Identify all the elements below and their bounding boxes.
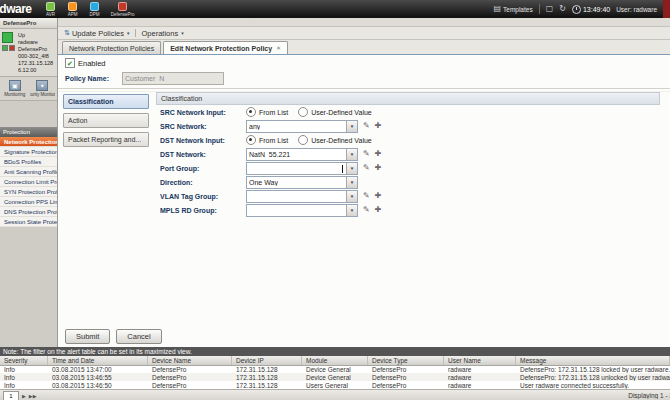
defensepro-icon xyxy=(118,2,127,11)
cell-user: radware xyxy=(444,374,516,381)
edit-icon[interactable]: ✎ xyxy=(363,122,370,130)
col-user-name[interactable]: User Name xyxy=(444,356,516,365)
nav-syn-protection-profiles[interactable]: SYN Protection Profiles xyxy=(0,187,57,197)
update-policies-button[interactable]: ⇅ Update Policies ▼ xyxy=(64,29,130,38)
port-group-select[interactable]: ▼ xyxy=(246,162,358,175)
monitoring-icon: ▣ xyxy=(9,80,21,91)
tab-action[interactable]: Action xyxy=(63,113,149,128)
perspective-monitoring[interactable]: ▣ Monitoring xyxy=(2,80,28,97)
col-time-and-date[interactable]: Time and Date xyxy=(48,356,148,365)
edit-icon[interactable]: ✎ xyxy=(363,206,370,214)
mpls-rd-group-select[interactable]: ▼ xyxy=(246,204,358,217)
src-network-select[interactable]: any ▼ xyxy=(246,120,358,133)
dst-network-select[interactable]: NatN_55.221 ▼ xyxy=(246,148,358,161)
product-avr[interactable]: AVR xyxy=(42,2,60,17)
col-severity[interactable]: Severity xyxy=(0,356,48,365)
apm-icon xyxy=(68,2,77,11)
cancel-button[interactable]: Cancel xyxy=(116,329,161,344)
product-apm[interactable]: APM xyxy=(64,2,82,17)
cell-time: 03.08.2015 13:46:50 xyxy=(48,382,148,389)
operations-menu-button[interactable]: Operations ▼ xyxy=(141,29,184,38)
col-device-type[interactable]: Device Type xyxy=(368,356,444,365)
nav-connection-pps-limit-profiles[interactable]: Connection PPS Limit Profiles xyxy=(0,197,57,207)
divider xyxy=(539,4,540,14)
enabled-checkbox[interactable]: ✔ xyxy=(65,58,75,68)
select-value: One Way xyxy=(249,179,278,186)
device-ip: 172.31.15.128 xyxy=(18,60,53,67)
device-status-panel: Up radware DefensePro 000-302_4f8 172.31… xyxy=(0,29,57,77)
templates-label: Templates xyxy=(503,6,533,13)
product-shortcuts: AVR APM DPM DefensePro xyxy=(42,2,138,17)
col-message[interactable]: Message xyxy=(516,356,670,365)
tab-packet-reporting[interactable]: Packet Reporting and... xyxy=(63,132,149,147)
submit-button[interactable]: Submit xyxy=(65,329,110,344)
alerts-table-body: Info 03.08.2015 13:47:00 DefensePro 172.… xyxy=(0,365,670,389)
add-icon[interactable]: ✚ xyxy=(375,206,382,214)
col-device-ip[interactable]: Device IP xyxy=(232,356,302,365)
src-network-row: SRC Network: any ▼ ✎ ✚ xyxy=(156,119,660,133)
product-defensepro[interactable]: DefensePro xyxy=(108,2,138,17)
product-label: APM xyxy=(68,12,78,17)
tab-classification[interactable]: Classification xyxy=(63,94,149,109)
maximize-icon[interactable]: ▢ xyxy=(546,5,554,13)
nav-network-protection-policies[interactable]: Network Protection Policies xyxy=(0,137,57,147)
perspective-label: Monitoring xyxy=(4,92,25,97)
policy-name-field[interactable] xyxy=(122,72,224,85)
top-bar: radware AVR APM DPM DefensePro ▤ Templat… xyxy=(0,0,670,18)
perspective-security-monitoring[interactable]: ✦ Security Monitoring xyxy=(30,80,56,97)
field-label: SRC Network Input: xyxy=(160,109,246,116)
tab-network-protection-policies[interactable]: Network Protection Policies xyxy=(62,41,161,54)
radio-from-list[interactable]: From List xyxy=(246,107,288,117)
tree-section-protection[interactable]: Protection xyxy=(0,127,57,137)
nav-bdos-profiles[interactable]: BDoS Profiles xyxy=(0,157,57,167)
policy-editor: ✔ Enabled Policy Name: Classification Ac… xyxy=(58,55,670,347)
alarm-indicator[interactable] xyxy=(663,0,670,18)
add-icon[interactable]: ✚ xyxy=(375,164,382,172)
radio-icon xyxy=(246,107,256,117)
edit-icon[interactable]: ✎ xyxy=(363,192,370,200)
product-dpm[interactable]: DPM xyxy=(86,2,104,17)
nav-anti-scanning-profiles[interactable]: Anti Scanning Profiles xyxy=(0,167,57,177)
nav-dns-protection-profiles[interactable]: DNS Protection Profiles xyxy=(0,207,57,217)
vlan-tag-group-row: VLAN Tag Group: ▼ ✎ ✚ xyxy=(156,189,660,203)
templates-icon: ▤ xyxy=(493,5,501,13)
col-device-name[interactable]: Device Name xyxy=(148,356,232,365)
table-row[interactable]: Info 03.08.2015 13:47:00 DefensePro 172.… xyxy=(0,365,670,373)
perspective-label: Security Monitoring xyxy=(30,92,56,97)
direction-select[interactable]: One Way ▼ xyxy=(246,176,358,189)
device-version: 6.12.00 xyxy=(18,67,53,74)
radio-from-list[interactable]: From List xyxy=(246,135,288,145)
add-icon[interactable]: ✚ xyxy=(375,122,382,130)
enabled-label: Enabled xyxy=(78,59,106,68)
select-value: any xyxy=(249,123,260,130)
clock-icon xyxy=(572,5,581,14)
table-row[interactable]: Info 03.08.2015 13:46:55 DefensePro 172.… xyxy=(0,373,670,381)
product-label: AVR xyxy=(46,12,55,17)
col-module[interactable]: Module xyxy=(302,356,368,365)
refresh-icon[interactable]: ↻ xyxy=(559,5,566,13)
nav-signature-protection[interactable]: Signature Protection xyxy=(0,147,57,157)
page-input[interactable] xyxy=(3,391,19,400)
last-page-icon[interactable]: ▶▶ xyxy=(29,393,37,399)
nav-session-state-protection-profiles[interactable]: Session State Protection Profiles xyxy=(0,217,57,227)
table-row[interactable]: Info 03.08.2015 13:46:50 DefensePro 172.… xyxy=(0,381,670,389)
vlan-tag-group-select[interactable]: ▼ xyxy=(246,190,358,203)
add-icon[interactable]: ✚ xyxy=(375,192,382,200)
add-icon[interactable]: ✚ xyxy=(375,150,382,158)
cell-user: radware xyxy=(444,382,516,389)
device-state: Up xyxy=(18,32,53,39)
dst-network-row: DST Network: NatN_55.221 ▼ ✎ ✚ xyxy=(156,147,660,161)
next-page-icon[interactable]: ▶ xyxy=(22,393,26,399)
tab-edit-network-protection-policy[interactable]: Edit Network Protection Policy ✕ xyxy=(163,41,288,54)
edit-icon[interactable]: ✎ xyxy=(363,150,370,158)
cell-message: DefensePro: 172.31.15.128 locked by user… xyxy=(516,366,670,373)
nav-connection-limit-profiles[interactable]: Connection Limit Profiles xyxy=(0,177,57,187)
displaying-text: Displaying 1 - 3 xyxy=(628,392,670,399)
templates-button[interactable]: ▤ Templates xyxy=(493,5,532,13)
close-icon[interactable]: ✕ xyxy=(276,45,281,51)
radio-user-defined[interactable]: User-Defined Value xyxy=(298,135,372,145)
field-label: DST Network: xyxy=(160,151,246,158)
radio-user-defined[interactable]: User-Defined Value xyxy=(298,107,372,117)
edit-icon[interactable]: ✎ xyxy=(363,164,370,172)
tab-label: Network Protection Policies xyxy=(69,45,154,52)
